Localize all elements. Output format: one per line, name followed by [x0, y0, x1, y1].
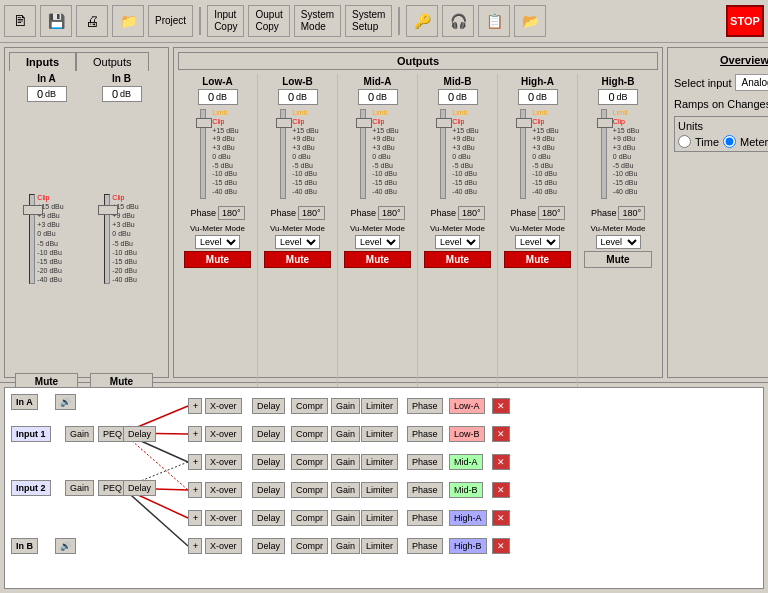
- system-setup-button[interactable]: System Setup: [345, 5, 392, 37]
- sf-in-b-speaker[interactable]: 🔊: [55, 538, 76, 554]
- files-button[interactable]: 📋: [478, 5, 510, 37]
- tab-outputs[interactable]: Outputs: [76, 52, 149, 71]
- save-button[interactable]: 💾: [40, 5, 72, 37]
- channel-low-b-vumode-select[interactable]: Level: [275, 235, 320, 249]
- channel-high-a-phase-box[interactable]: 180°: [538, 206, 565, 220]
- sf-delay1[interactable]: Delay: [123, 426, 156, 442]
- sf-row6-delay[interactable]: Delay: [252, 538, 285, 554]
- sf-delay2[interactable]: Delay: [123, 480, 156, 496]
- sf-row4-compr[interactable]: Compr: [291, 482, 328, 498]
- overview-units-time-radio[interactable]: [678, 135, 691, 148]
- sf-row5-output[interactable]: High-A: [449, 510, 487, 526]
- channel-low-b-phase-box[interactable]: 180°: [298, 206, 325, 220]
- sf-row5-phase[interactable]: Phase: [407, 510, 443, 526]
- overview-select-input[interactable]: Analog: [735, 74, 768, 91]
- sf-row2-compr[interactable]: Compr: [291, 426, 328, 442]
- channel-high-b-vumode-select[interactable]: Level: [596, 235, 641, 249]
- channel-high-a-vumode-select[interactable]: Level: [515, 235, 560, 249]
- tab-inputs[interactable]: Inputs: [9, 52, 76, 71]
- sf-row1-x[interactable]: ✕: [492, 398, 510, 414]
- sf-in-a-speaker[interactable]: 🔊: [55, 394, 76, 410]
- sf-row2-limiter[interactable]: Limiter: [361, 426, 398, 442]
- sf-row4-x[interactable]: ✕: [492, 482, 510, 498]
- sf-row1-gain[interactable]: Gain: [331, 398, 360, 414]
- sf-in-a[interactable]: In A: [11, 394, 38, 410]
- sf-row3-output[interactable]: Mid-A: [449, 454, 483, 470]
- channel-low-a-mute[interactable]: Mute: [184, 251, 252, 268]
- sf-row5-compr[interactable]: Compr: [291, 510, 328, 526]
- sf-row5-delay[interactable]: Delay: [252, 510, 285, 526]
- sf-row5-limiter[interactable]: Limiter: [361, 510, 398, 526]
- channel-high-a-fader-handle[interactable]: [516, 118, 532, 128]
- sf-row1-output[interactable]: Low-A: [449, 398, 485, 414]
- project-button[interactable]: Project: [148, 5, 193, 37]
- sf-row2-phase[interactable]: Phase: [407, 426, 443, 442]
- overview-units-meter-radio[interactable]: [723, 135, 736, 148]
- sf-row6-output[interactable]: High-B: [449, 538, 487, 554]
- sf-row2-xover[interactable]: X-over: [205, 426, 242, 442]
- sf-row6-xover[interactable]: X-over: [205, 538, 242, 554]
- channel-in-b-fader-handle[interactable]: [98, 205, 118, 215]
- sf-gain2[interactable]: Gain: [65, 480, 94, 496]
- sf-row6-phase[interactable]: Phase: [407, 538, 443, 554]
- sf-row1-xover[interactable]: X-over: [205, 398, 242, 414]
- sf-row3-plus[interactable]: +: [188, 454, 202, 470]
- sf-row3-delay[interactable]: Delay: [252, 454, 285, 470]
- sf-row4-output[interactable]: Mid-B: [449, 482, 483, 498]
- sf-row4-delay[interactable]: Delay: [252, 482, 285, 498]
- channel-high-a-mute[interactable]: Mute: [504, 251, 572, 268]
- sf-row1-plus[interactable]: +: [188, 398, 202, 414]
- sf-row4-phase[interactable]: Phase: [407, 482, 443, 498]
- sf-gain1[interactable]: Gain: [65, 426, 94, 442]
- sf-row1-limiter[interactable]: Limiter: [361, 398, 398, 414]
- sf-row1-phase[interactable]: Phase: [407, 398, 443, 414]
- sf-row2-output[interactable]: Low-B: [449, 426, 485, 442]
- channel-low-a-fader-handle[interactable]: [196, 118, 212, 128]
- sf-row4-xover[interactable]: X-over: [205, 482, 242, 498]
- sf-row2-delay[interactable]: Delay: [252, 426, 285, 442]
- sf-input2[interactable]: Input 2: [11, 480, 51, 496]
- sf-row1-compr[interactable]: Compr: [291, 398, 328, 414]
- channel-low-b-fader-handle[interactable]: [276, 118, 292, 128]
- sf-row6-plus[interactable]: +: [188, 538, 202, 554]
- channel-mid-b-vumode-select[interactable]: Level: [435, 235, 480, 249]
- new-button[interactable]: 🖹: [4, 5, 36, 37]
- output-copy-button[interactable]: Ouput Copy: [248, 5, 289, 37]
- sf-row6-x[interactable]: ✕: [492, 538, 510, 554]
- channel-mid-a-vumode-select[interactable]: Level: [355, 235, 400, 249]
- folder2-button[interactable]: 📂: [514, 5, 546, 37]
- channel-mid-a-mute[interactable]: Mute: [344, 251, 412, 268]
- folder-button[interactable]: 📁: [112, 5, 144, 37]
- sf-row3-x[interactable]: ✕: [492, 454, 510, 470]
- sf-row2-plus[interactable]: +: [188, 426, 202, 442]
- sf-row4-limiter[interactable]: Limiter: [361, 482, 398, 498]
- channel-mid-b-mute[interactable]: Mute: [424, 251, 492, 268]
- channel-low-a-phase-box[interactable]: 180°: [218, 206, 245, 220]
- system-mode-button[interactable]: System Mode: [294, 5, 341, 37]
- headset-button[interactable]: 🎧: [442, 5, 474, 37]
- sf-row3-phase[interactable]: Phase: [407, 454, 443, 470]
- channel-in-a-fader-handle[interactable]: [23, 205, 43, 215]
- sf-row5-xover[interactable]: X-over: [205, 510, 242, 526]
- sf-row3-gain[interactable]: Gain: [331, 454, 360, 470]
- key-button[interactable]: 🔑: [406, 5, 438, 37]
- stop-button[interactable]: STOP: [726, 5, 764, 37]
- sf-row6-compr[interactable]: Compr: [291, 538, 328, 554]
- channel-low-b-mute[interactable]: Mute: [264, 251, 332, 268]
- sf-row5-plus[interactable]: +: [188, 510, 202, 526]
- sf-in-b[interactable]: In B: [11, 538, 38, 554]
- channel-low-a-vumode-select[interactable]: Level: [195, 235, 240, 249]
- sf-row6-gain[interactable]: Gain: [331, 538, 360, 554]
- channel-mid-a-phase-box[interactable]: 180°: [378, 206, 405, 220]
- sf-row5-x[interactable]: ✕: [492, 510, 510, 526]
- sf-input1[interactable]: Input 1: [11, 426, 51, 442]
- input-copy-button[interactable]: Input Copy: [207, 5, 244, 37]
- sf-row1-delay[interactable]: Delay: [252, 398, 285, 414]
- sf-row3-compr[interactable]: Compr: [291, 454, 328, 470]
- channel-high-b-mute[interactable]: Mute: [584, 251, 652, 268]
- sf-row2-gain[interactable]: Gain: [331, 426, 360, 442]
- sf-row4-plus[interactable]: +: [188, 482, 202, 498]
- sf-row3-xover[interactable]: X-over: [205, 454, 242, 470]
- sf-row6-limiter[interactable]: Limiter: [361, 538, 398, 554]
- channel-high-b-phase-box[interactable]: 180°: [618, 206, 645, 220]
